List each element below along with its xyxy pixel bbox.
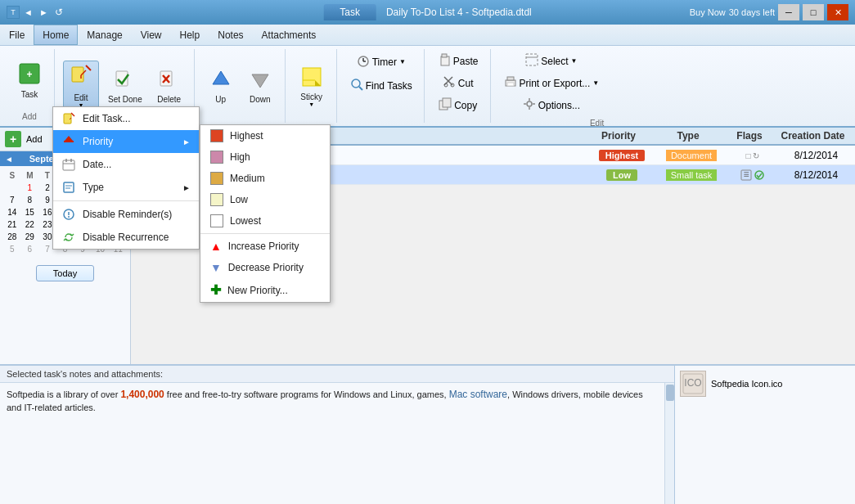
maximize-button[interactable]: □ xyxy=(803,4,824,20)
cal-day[interactable]: 15 xyxy=(21,206,39,218)
down-icon xyxy=(249,68,272,93)
sticky-note-button[interactable]: Sticky ▼ xyxy=(294,62,330,110)
minimize-button[interactable]: ─ xyxy=(778,4,799,20)
pri-high-box xyxy=(210,151,223,164)
pri-low[interactable]: Low xyxy=(200,189,330,210)
pri-medium-box xyxy=(210,172,223,185)
recurrence-icon xyxy=(61,230,76,245)
timer-button[interactable]: Timer ▼ xyxy=(352,51,411,73)
col-priority-header[interactable]: Priority xyxy=(586,130,651,142)
svg-line-44 xyxy=(71,113,74,116)
back-btn[interactable]: ◄ xyxy=(21,7,35,18)
col-type-header[interactable]: Type xyxy=(651,130,725,142)
set-done-button[interactable]: Set Done xyxy=(102,65,148,107)
reminder-icon xyxy=(61,207,76,222)
down-button[interactable]: Down xyxy=(242,65,278,107)
options-button[interactable]: Options... xyxy=(518,95,585,115)
close-button[interactable]: ✕ xyxy=(827,4,848,20)
delete-button[interactable]: Delete xyxy=(151,65,187,107)
add-label: Add xyxy=(26,134,43,144)
row-priority-2: Low xyxy=(589,169,655,181)
cal-day[interactable]: 29 xyxy=(21,231,39,243)
menu-notes[interactable]: Notes xyxy=(209,25,252,45)
cal-day[interactable]: 7 xyxy=(3,194,21,206)
edit-icon xyxy=(70,64,92,92)
svg-point-57 xyxy=(68,216,70,218)
app-icon: T xyxy=(7,6,20,19)
bottom-panel: Selected task's notes and attachments: S… xyxy=(0,365,855,504)
buy-now-label[interactable]: Buy Now xyxy=(690,7,726,17)
ctx-date[interactable]: Date... xyxy=(53,153,199,176)
cal-day[interactable] xyxy=(3,182,21,194)
forward-btn[interactable]: ► xyxy=(37,7,51,18)
day-header-1: M xyxy=(21,169,39,182)
notes-body: Softpedia is a library of over 1,400,000… xyxy=(0,383,674,504)
ctx-edit-task-label: Edit Task... xyxy=(83,113,130,124)
cal-day[interactable]: 14 xyxy=(3,206,21,218)
col-date-header[interactable]: Creation Date xyxy=(774,130,852,142)
pri-high[interactable]: High xyxy=(200,146,330,168)
menu-manage[interactable]: Manage xyxy=(78,25,131,45)
edit-button[interactable]: Edit ▼ xyxy=(63,61,99,111)
edit-btn-label: Edit xyxy=(74,93,88,102)
cal-day[interactable]: 5 xyxy=(3,243,21,255)
cal-day[interactable]: 1 xyxy=(21,182,39,194)
priority-submenu: Highest High Medium Low Lowest ▲ Increas… xyxy=(200,124,331,303)
pri-increase-label: Increase Priority xyxy=(228,241,299,252)
pri-medium[interactable]: Medium xyxy=(200,168,330,189)
cal-day[interactable]: 22 xyxy=(21,218,39,231)
ctx-edit-task[interactable]: Edit Task... xyxy=(53,107,199,130)
pri-increase[interactable]: ▲ Increase Priority xyxy=(200,236,330,257)
cal-prev[interactable]: ◄ xyxy=(5,155,13,164)
notes-mac: Mac software xyxy=(449,389,507,400)
ctx-type[interactable]: Type ► xyxy=(53,176,199,199)
cal-day[interactable]: 21 xyxy=(3,218,21,231)
set-done-label: Set Done xyxy=(108,95,142,104)
row-flags-2: ≡ xyxy=(728,169,777,181)
cal-day[interactable]: 6 xyxy=(21,243,39,255)
svg-point-33 xyxy=(527,101,532,106)
copy-button[interactable]: Copy xyxy=(434,95,482,115)
cal-day[interactable]: 28 xyxy=(3,231,21,243)
ctx-priority[interactable]: Priority ► xyxy=(53,130,199,153)
notes-section: Selected task's notes and attachments: S… xyxy=(0,366,675,504)
svg-marker-47 xyxy=(65,136,73,141)
svg-marker-10 xyxy=(213,71,229,84)
cut-button[interactable]: Cut xyxy=(438,73,479,93)
notes-scrollbar[interactable] xyxy=(664,383,674,504)
up-icon xyxy=(209,68,232,93)
add-icon[interactable]: + xyxy=(5,131,21,147)
today-button[interactable]: Today xyxy=(36,265,94,281)
menu-home[interactable]: Home xyxy=(34,25,78,45)
pri-decrease[interactable]: ▼ Decrease Priority xyxy=(200,257,330,278)
day-header-0: S xyxy=(3,169,21,182)
title-bar-right: Buy Now 30 days left ─ □ ✕ xyxy=(690,4,848,20)
ribbon-updown-content: Up Down xyxy=(203,51,278,121)
attachment-item[interactable]: ICO Softpedia Icon.ico xyxy=(675,366,855,402)
menu-attachments[interactable]: Attachments xyxy=(253,25,326,45)
refresh-btn[interactable]: ↺ xyxy=(52,6,65,19)
menu-help[interactable]: Help xyxy=(171,25,209,45)
pri-new[interactable]: ✚ New Priority... xyxy=(200,278,330,302)
ctx-disable-reminder[interactable]: Disable Reminder(s) xyxy=(53,203,199,226)
task-button[interactable]: + Task xyxy=(11,59,47,102)
up-button[interactable]: Up xyxy=(203,65,239,107)
pri-lowest[interactable]: Lowest xyxy=(200,210,330,232)
svg-rect-28 xyxy=(526,54,538,65)
svg-rect-12 xyxy=(303,68,321,86)
copy-icon xyxy=(439,97,452,113)
ctx-disable-recurrence[interactable]: Disable Recurrence xyxy=(53,226,199,249)
col-flags-header[interactable]: Flags xyxy=(725,130,774,142)
row-type-1: Document xyxy=(655,150,728,161)
paste-button[interactable]: Paste xyxy=(433,51,484,71)
print-button[interactable]: Print or Export... ▼ xyxy=(499,73,605,93)
cal-day[interactable]: 8 xyxy=(21,194,39,206)
find-tasks-button[interactable]: Find Tasks xyxy=(345,74,417,97)
menu-file[interactable]: File xyxy=(0,25,34,45)
ribbon-group-add: + Task Add xyxy=(5,49,55,123)
app-tab: Task xyxy=(323,4,376,20)
select-button[interactable]: Select ▼ xyxy=(520,51,582,71)
pri-lowest-label: Lowest xyxy=(230,215,261,227)
menu-view[interactable]: View xyxy=(132,25,171,45)
pri-highest[interactable]: Highest xyxy=(200,125,330,146)
